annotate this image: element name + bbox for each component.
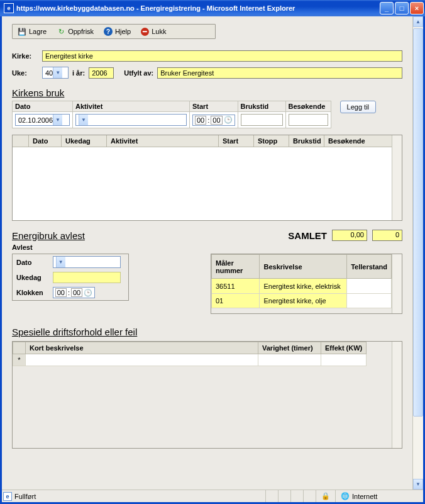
drift-col-eff: Effekt (KW) [321, 342, 367, 354]
chevron-down-icon: ▼ [53, 67, 62, 78]
kirke-label: Kirke: [12, 52, 38, 60]
utfylt-value: Bruker Energitest [157, 67, 402, 79]
dato-value: 02.10.2006 [18, 116, 53, 124]
form-toolbar: 💾 Lagre ↻ Oppfrisk ? Hjelp ━ Lukk [12, 24, 216, 39]
save-label: Lagre [29, 28, 47, 35]
klokken-time-input[interactable]: 00: 00 🕒 [53, 287, 96, 298]
help-button[interactable]: ? Hjelp [100, 26, 137, 37]
window-title: https://www.kirkebyggdatabasen.no - Ener… [16, 4, 380, 12]
meter-row[interactable]: 36511 Energitest kirke, elektrisk [212, 279, 392, 294]
kirke-value: Energitest kirke [42, 50, 402, 62]
avlest-dato-select[interactable]: ▼ [53, 256, 121, 268]
drift-scrollbar[interactable] [392, 342, 402, 448]
close-icon: ━ [141, 28, 149, 36]
chevron-down-icon: ▼ [56, 257, 65, 267]
aktivitet-select[interactable]: ▼ [75, 114, 187, 126]
lock-icon: 🔒 [321, 492, 330, 500]
samlet-label: SAMLET [288, 230, 327, 241]
kirkens-bruk-input: Dato Aktivitet Start Brukstid Besøkende … [12, 101, 331, 128]
save-icon: 💾 [18, 27, 26, 36]
col-aktivitet: Aktivitet [73, 101, 190, 112]
globe-icon: 🌐 [341, 492, 350, 500]
col-besokende: Besøkende [285, 101, 331, 112]
drift-new-row[interactable]: * [13, 354, 367, 366]
avlest-dato-label: Dato [13, 254, 49, 270]
drift-col-besk: Kort beskrivelse [26, 342, 258, 354]
avlest-box: Dato ▼ Ukedag Klokken [12, 254, 129, 301]
meter-col-besk: Beskrivelse [260, 255, 347, 279]
drift-rowheader [13, 342, 26, 354]
new-row-marker: * [13, 354, 26, 366]
meter-col-stand: Tellerstand [347, 255, 392, 279]
meter-col-num: Måler nummer [212, 255, 260, 279]
section-energibruk: Energibruk avlest [12, 230, 283, 241]
scroll-thumb[interactable] [413, 28, 423, 417]
kirkens-bruk-list: Dato Ukedag Aktivitet Start Stopp Brukst… [12, 135, 402, 221]
list-col-brukstid: Brukstid [289, 135, 324, 147]
clock-icon: 🕒 [224, 116, 233, 124]
page-content: 💾 Lagre ↻ Oppfrisk ? Hjelp ━ Lukk Kirke:… [2, 16, 412, 490]
add-button[interactable]: Legg til [340, 101, 376, 113]
iaar-label: i år: [72, 69, 85, 77]
status-bar: e Fullført 🔒 🌐 Internett [2, 490, 423, 502]
avlest-ukedag-label: Ukedag [13, 270, 49, 285]
avlest-klokken-label: Klokken [13, 285, 49, 300]
uke-value: 40 [45, 69, 53, 77]
drift-col-var: Varighet (timer) [258, 342, 321, 354]
col-brukstid: Brukstid [238, 101, 285, 112]
avlest-label: Avlest [12, 244, 402, 251]
close-label: Lukk [152, 28, 166, 35]
section-drift: Spesielle driftsforhold eller feil [12, 327, 402, 337]
utfylt-label: Utfylt av: [124, 69, 153, 77]
window-titlebar: e https://www.kirkebyggdatabasen.no - En… [0, 0, 425, 16]
iaar-value: 2006 [89, 67, 114, 79]
clock-icon: 🕒 [84, 289, 92, 297]
window-minimize-button[interactable]: _ [380, 2, 394, 14]
save-button[interactable]: 💾 Lagre [14, 26, 53, 37]
help-label: Hjelp [115, 28, 131, 35]
samlet-a: 0,00 [332, 230, 367, 241]
samlet-b: 0 [372, 230, 402, 241]
col-dato: Dato [13, 101, 73, 112]
list-col-ukedag: Ukedag [62, 135, 107, 147]
besokende-input[interactable] [289, 114, 328, 126]
ie-icon: e [3, 492, 12, 501]
list-col-besokende: Besøkende [324, 135, 392, 147]
window-close-button[interactable]: × [410, 2, 424, 14]
chevron-down-icon: ▼ [79, 115, 88, 125]
refresh-button[interactable]: ↻ Oppfrisk [53, 26, 100, 37]
scroll-up-icon[interactable]: ▲ [413, 16, 423, 27]
list-body [13, 147, 392, 220]
drift-grid: Kort beskrivelse Varighet (timer) Effekt… [12, 341, 402, 449]
status-text: Fullført [14, 493, 36, 500]
brukstid-input[interactable] [241, 114, 283, 126]
avlest-ukedag-value [53, 272, 121, 283]
page-scrollbar[interactable]: ▲ ▼ [412, 16, 423, 490]
list-col-stopp: Stopp [254, 135, 289, 147]
list-scrollbar[interactable] [392, 135, 402, 220]
status-zone: Internett [352, 493, 377, 500]
start-time-input[interactable]: 00: 00 🕒 [192, 115, 235, 126]
close-button[interactable]: ━ Lukk [137, 26, 172, 37]
uke-label: Uke: [12, 69, 38, 77]
meter-row[interactable]: 01 Energitest kirke, olje [212, 293, 392, 308]
section-kirkens-bruk: Kirkens bruk [12, 87, 402, 98]
list-rowheader [13, 135, 29, 147]
refresh-icon: ↻ [57, 27, 65, 36]
dato-select[interactable]: 02.10.2006 ▼ [15, 114, 70, 126]
list-col-dato: Dato [29, 135, 62, 147]
meter-grid: Måler nummer Beskrivelse Tellerstand 365… [211, 254, 402, 314]
help-icon: ? [104, 27, 113, 36]
list-col-start: Start [219, 135, 254, 147]
meter-scrollbar[interactable] [392, 254, 402, 313]
col-start: Start [190, 101, 238, 112]
list-col-aktivitet: Aktivitet [107, 135, 219, 147]
window-maximize-button[interactable]: □ [395, 2, 409, 14]
scroll-down-icon[interactable]: ▼ [413, 479, 423, 490]
drift-body [13, 366, 392, 448]
ie-icon: e [4, 3, 14, 13]
refresh-label: Oppfrisk [68, 28, 94, 35]
uke-select[interactable]: 40 ▼ [42, 67, 69, 79]
chevron-down-icon: ▼ [53, 115, 62, 125]
